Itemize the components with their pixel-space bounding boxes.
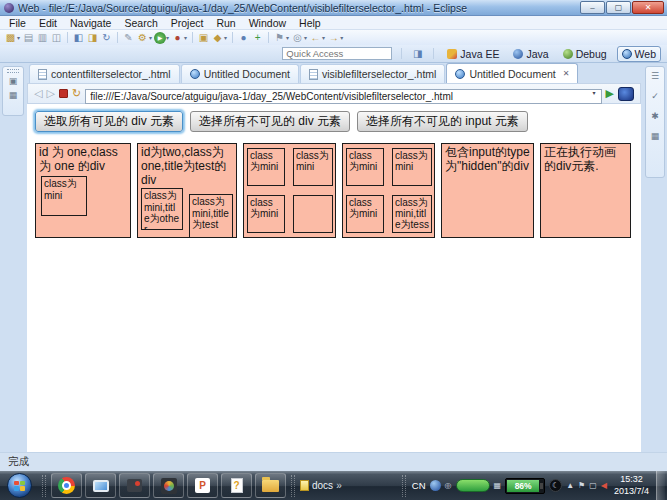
note-icon bbox=[300, 480, 309, 491]
external-tools-icon[interactable]: ⚙ bbox=[136, 31, 149, 44]
perspective-web[interactable]: Web bbox=[617, 46, 661, 62]
minimize-button[interactable]: – bbox=[580, 1, 605, 14]
show-desktop-button[interactable] bbox=[656, 471, 665, 500]
open-web-icon[interactable]: ◧ bbox=[72, 31, 85, 44]
taskbar-chrome-button[interactable] bbox=[51, 473, 82, 498]
menu-edit[interactable]: Edit bbox=[39, 17, 57, 29]
language-indicator[interactable]: CN bbox=[412, 480, 426, 491]
menu-help[interactable]: Help bbox=[299, 17, 321, 29]
run-dropdown-icon[interactable]: ▾ bbox=[166, 34, 169, 41]
display-tray-icon[interactable]: ▢ bbox=[589, 482, 597, 490]
demo-div-four: class为mini class为mini class为mini class为m… bbox=[342, 143, 435, 238]
mark-dropdown-icon[interactable]: ▾ bbox=[286, 34, 289, 41]
mini-div: class为mini,title为tesst bbox=[392, 195, 432, 233]
menu-run[interactable]: Run bbox=[216, 17, 235, 29]
servers-view-icon[interactable]: ▦ bbox=[9, 90, 18, 101]
quick-access-input[interactable] bbox=[282, 47, 392, 60]
go-icon[interactable]: ▶ bbox=[606, 88, 614, 99]
back-history-icon[interactable]: ← bbox=[309, 31, 322, 44]
new-item-icon[interactable]: + bbox=[251, 31, 264, 44]
globe-icon bbox=[455, 69, 465, 79]
docs-toolbar[interactable]: docs » bbox=[300, 480, 342, 491]
battery-widget[interactable]: 86% bbox=[505, 478, 545, 494]
network-icon[interactable]: ▦ bbox=[494, 482, 502, 490]
taskbar-camera-button[interactable] bbox=[119, 473, 150, 498]
external-tools-dropdown-icon[interactable]: ▾ bbox=[149, 34, 152, 41]
url-dropdown-icon[interactable]: ▾ bbox=[588, 87, 601, 100]
taskbar-help-button[interactable]: ? bbox=[221, 473, 252, 498]
menu-project[interactable]: Project bbox=[171, 17, 204, 29]
show-hidden-icons[interactable]: ▲ bbox=[566, 482, 574, 490]
perspective-debug[interactable]: Debug bbox=[559, 47, 611, 61]
outline-view-icon[interactable]: ☰ bbox=[651, 71, 659, 82]
perspective-java[interactable]: Java bbox=[509, 47, 552, 61]
audio-tray-icon[interactable]: ◀ bbox=[601, 482, 607, 490]
drag-grip[interactable] bbox=[7, 69, 19, 73]
menu-window[interactable]: Window bbox=[249, 17, 286, 29]
new-dropdown-icon[interactable]: ▾ bbox=[17, 34, 20, 41]
nav-forward-icon[interactable]: ▷ bbox=[46, 88, 54, 99]
print-icon[interactable]: ◫ bbox=[50, 31, 63, 44]
build-icon[interactable]: ◆ bbox=[211, 31, 224, 44]
nav-refresh-icon[interactable]: ↻ bbox=[72, 88, 81, 99]
ime-icon[interactable] bbox=[430, 480, 441, 491]
start-button[interactable] bbox=[7, 473, 32, 498]
right-view-bar: ☰ ✓ ✱ ▦ bbox=[645, 66, 665, 178]
package-icon[interactable]: ▣ bbox=[197, 31, 210, 44]
forward-history-icon[interactable]: → bbox=[327, 31, 340, 44]
menu-search[interactable]: Search bbox=[124, 17, 157, 29]
palette-view-icon[interactable]: ✱ bbox=[651, 111, 659, 122]
tab-close-icon[interactable]: ✕ bbox=[563, 69, 570, 78]
taskbar-folder-button[interactable] bbox=[255, 473, 286, 498]
taskbar-tool-button[interactable] bbox=[153, 473, 184, 498]
tab-contentfilterselector[interactable]: contentfilterselector_.html bbox=[29, 64, 180, 83]
chevron-right-icon[interactable]: » bbox=[336, 480, 342, 491]
snippets-view-icon[interactable]: ▦ bbox=[651, 131, 660, 142]
windows-flag-icon bbox=[14, 481, 25, 491]
mini-div: class为mini,title为other bbox=[141, 188, 183, 230]
taskbar-display-button[interactable] bbox=[85, 473, 116, 498]
select-visible-div-button[interactable]: 选取所有可见的 div 元素 bbox=[35, 111, 183, 132]
profile-icon[interactable]: ● bbox=[171, 31, 184, 44]
mark-occurrences-icon[interactable]: ⚑ bbox=[273, 31, 286, 44]
url-input[interactable] bbox=[85, 89, 601, 104]
build-dropdown-icon[interactable]: ▾ bbox=[224, 34, 227, 41]
tab-visiblefilterselector[interactable]: visiblefilterselector_.html bbox=[300, 64, 445, 83]
select-hidden-input-button[interactable]: 选择所有不可见的 input 元素 bbox=[357, 111, 528, 132]
tab-untitled-document-2[interactable]: Untitled Document ✕ bbox=[446, 63, 578, 83]
perspective-java-ee[interactable]: Java EE bbox=[443, 47, 503, 61]
demo-div-two: id为two,class为one,title为test的 div class为m… bbox=[137, 143, 237, 238]
select-hidden-div-button[interactable]: 选择所有不可见的 div 元素 bbox=[190, 111, 350, 132]
preview-icon[interactable]: ◨ bbox=[86, 31, 99, 44]
save-icon[interactable]: ▤ bbox=[22, 31, 35, 44]
mini-div: class为mini,title为test bbox=[189, 194, 233, 238]
nav-stop-icon[interactable] bbox=[59, 89, 68, 98]
open-perspective-icon[interactable]: ◨ bbox=[411, 47, 424, 60]
save-all-icon[interactable]: ▥ bbox=[36, 31, 49, 44]
close-button[interactable]: ✕ bbox=[632, 1, 664, 14]
action-center-icon[interactable]: ⚑ bbox=[578, 482, 585, 490]
profile-dropdown-icon[interactable]: ▾ bbox=[184, 34, 187, 41]
forward-dropdown-icon[interactable]: ▾ bbox=[340, 34, 343, 41]
external-browser-icon[interactable] bbox=[618, 87, 634, 101]
power-saver-icon[interactable]: ☾ bbox=[549, 479, 562, 492]
edit-icon[interactable]: ✎ bbox=[122, 31, 135, 44]
taskbar-powerpoint-button[interactable]: P bbox=[187, 473, 218, 498]
nav-back-icon[interactable]: ◁ bbox=[34, 88, 42, 99]
maximize-button[interactable]: ▢ bbox=[606, 1, 631, 14]
menu-file[interactable]: File bbox=[9, 17, 26, 29]
pin-editor-icon[interactable]: ◎ bbox=[291, 31, 304, 44]
task-view-icon[interactable]: ✓ bbox=[651, 91, 659, 102]
back-dropdown-icon[interactable]: ▾ bbox=[322, 34, 325, 41]
tray-settings-icon[interactable]: ◎ bbox=[445, 482, 452, 490]
battery-pill-icon[interactable] bbox=[456, 479, 490, 492]
new-wizard-icon[interactable]: ▩ bbox=[4, 31, 17, 44]
tab-untitled-document-1[interactable]: Untitled Document bbox=[181, 64, 299, 83]
menu-navigate[interactable]: Navigate bbox=[70, 17, 111, 29]
taskbar-clock[interactable]: 15:32 2013/7/4 bbox=[614, 474, 649, 497]
sync-icon[interactable]: ↻ bbox=[100, 31, 113, 44]
run-icon[interactable]: ▶ bbox=[154, 32, 166, 44]
web-browser-icon[interactable]: ● bbox=[237, 31, 250, 44]
pin-dropdown-icon[interactable]: ▾ bbox=[304, 34, 307, 41]
console-view-icon[interactable]: ▣ bbox=[9, 76, 18, 87]
